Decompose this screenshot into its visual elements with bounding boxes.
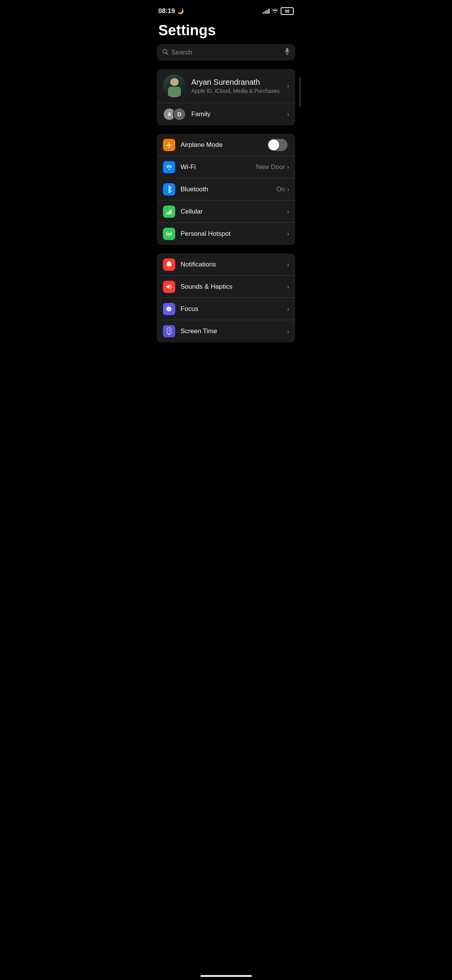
svg-rect-8 bbox=[171, 209, 171, 215]
wifi-status-icon bbox=[272, 8, 278, 14]
profile-row[interactable]: Aryan Surendranath Apple ID, iCloud, Med… bbox=[157, 69, 295, 103]
signal-bars bbox=[263, 8, 270, 14]
screen-time-chevron: › bbox=[287, 328, 289, 334]
focus-icon bbox=[163, 303, 175, 315]
focus-label: Focus bbox=[181, 305, 287, 313]
microphone-icon[interactable] bbox=[284, 48, 290, 57]
screen-time-icon bbox=[163, 325, 175, 337]
family-chevron: › bbox=[287, 111, 289, 117]
sounds-chevron: › bbox=[287, 284, 289, 290]
signal-bar-4 bbox=[268, 9, 270, 14]
connectivity-group: Airplane Mode Wi-Fi New Door › Bluetooth… bbox=[157, 134, 295, 245]
svg-line-1 bbox=[166, 53, 168, 54]
status-bar: 08:19 🌙 98 bbox=[151, 0, 301, 19]
search-bar[interactable] bbox=[157, 44, 295, 61]
svg-rect-6 bbox=[168, 212, 168, 215]
notifications-chevron: › bbox=[287, 261, 289, 268]
settings-row-airplane-mode[interactable]: Airplane Mode bbox=[157, 134, 295, 156]
settings-row-focus[interactable]: Focus › bbox=[157, 298, 295, 320]
notifications-group: Notifications › Sounds & Haptics › Focus… bbox=[157, 253, 295, 342]
wifi-chevron: › bbox=[287, 164, 289, 170]
moon-icon: 🌙 bbox=[177, 8, 184, 14]
settings-row-bluetooth[interactable]: Bluetooth On › bbox=[157, 178, 295, 201]
profile-info: Aryan Surendranath Apple ID, iCloud, Med… bbox=[191, 78, 287, 94]
search-input[interactable] bbox=[171, 49, 281, 56]
hotspot-chevron: › bbox=[287, 231, 289, 237]
wifi-icon bbox=[163, 161, 175, 173]
family-avatar-d: D bbox=[173, 108, 186, 121]
family-row[interactable]: A D Family › bbox=[157, 103, 295, 125]
airplane-mode-icon bbox=[163, 139, 175, 151]
focus-chevron: › bbox=[287, 306, 289, 312]
bluetooth-chevron: › bbox=[287, 186, 289, 192]
settings-row-cellular[interactable]: Cellular › bbox=[157, 201, 295, 223]
sounds-label: Sounds & Haptics bbox=[181, 283, 287, 291]
settings-row-wifi[interactable]: Wi-Fi New Door › bbox=[157, 156, 295, 178]
notifications-label: Notifications bbox=[181, 261, 287, 268]
profile-name: Aryan Surendranath bbox=[191, 78, 287, 87]
profile-subtitle: Apple ID, iCloud, Media & Purchases bbox=[191, 88, 287, 94]
family-label: Family bbox=[191, 110, 287, 118]
page-title: Settings bbox=[151, 19, 301, 44]
hotspot-label: Personal Hotspot bbox=[181, 230, 287, 238]
hotspot-icon bbox=[163, 228, 175, 240]
toggle-thumb bbox=[268, 140, 279, 150]
cellular-label: Cellular bbox=[181, 208, 287, 215]
svg-rect-11 bbox=[168, 334, 170, 335]
airplane-mode-toggle[interactable] bbox=[268, 139, 288, 151]
status-right: 98 bbox=[263, 7, 294, 15]
airplane-mode-label: Airplane Mode bbox=[181, 141, 268, 149]
profile-group: Aryan Surendranath Apple ID, iCloud, Med… bbox=[157, 69, 295, 125]
settings-row-personal-hotspot[interactable]: Personal Hotspot › bbox=[157, 223, 295, 245]
bluetooth-value: On bbox=[276, 186, 285, 193]
bluetooth-label: Bluetooth bbox=[181, 186, 276, 193]
signal-bar-1 bbox=[263, 12, 264, 14]
svg-rect-2 bbox=[286, 48, 288, 52]
avatar bbox=[163, 74, 186, 97]
wifi-value: New Door bbox=[256, 163, 285, 171]
status-time: 08:19 🌙 bbox=[158, 7, 184, 15]
search-icon bbox=[162, 49, 168, 56]
screen-time-label: Screen Time bbox=[181, 327, 287, 335]
notifications-icon bbox=[163, 258, 175, 271]
profile-chevron: › bbox=[287, 83, 289, 89]
family-avatars: A D bbox=[163, 108, 186, 121]
settings-row-notifications[interactable]: Notifications › bbox=[157, 253, 295, 276]
battery-indicator: 98 bbox=[281, 7, 294, 15]
sounds-icon bbox=[163, 281, 175, 293]
signal-bar-2 bbox=[265, 11, 266, 14]
svg-rect-7 bbox=[169, 210, 170, 215]
settings-row-sounds[interactable]: Sounds & Haptics › bbox=[157, 276, 295, 298]
settings-row-screen-time[interactable]: Screen Time › bbox=[157, 320, 295, 342]
svg-point-9 bbox=[168, 233, 170, 235]
scrollbar bbox=[299, 77, 301, 107]
svg-rect-5 bbox=[166, 213, 167, 215]
cellular-chevron: › bbox=[287, 209, 289, 215]
signal-bar-3 bbox=[266, 10, 268, 14]
cellular-icon bbox=[163, 206, 175, 218]
wifi-label: Wi-Fi bbox=[181, 163, 256, 171]
bluetooth-icon bbox=[163, 183, 175, 196]
